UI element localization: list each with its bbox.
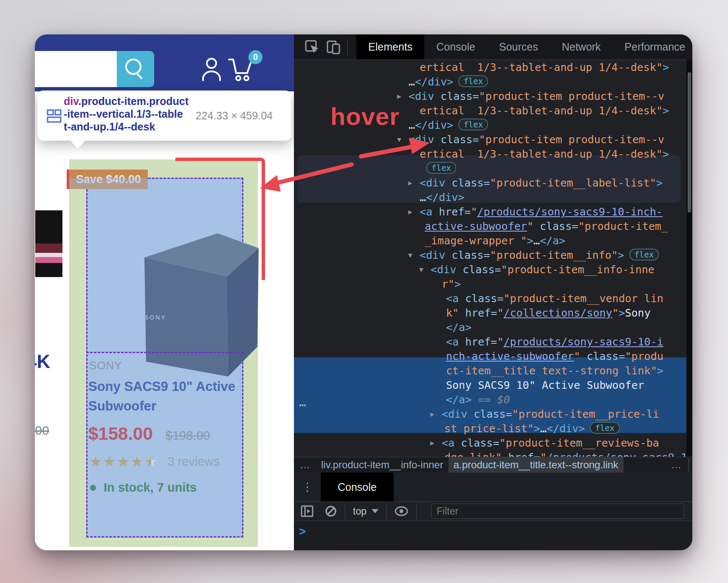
console-filter-input[interactable] [431,504,684,519]
dom-tree-row[interactable]: dge link" href="/products/sony-sacs9-1 [444,450,686,457]
dom-tree-row[interactable]: </a> == $0 [446,393,510,407]
code-token: <a [420,206,432,218]
drawer-menu-icon[interactable]: ⋮ [294,473,321,501]
expander-closed-icon[interactable]: ▶ [408,205,412,219]
code-token: <a [446,292,459,305]
devtools-tab-elements[interactable]: Elements [356,34,424,59]
code-token: > [663,148,669,160]
console-output[interactable]: > [294,521,692,550]
dom-tree-row[interactable]: …</div> [420,190,464,205]
dom-tree-row[interactable]: <a class="product-item__vendor lin [446,292,663,306]
code-token: <div [420,249,445,261]
flex-badge[interactable]: flex [590,422,620,434]
inspect-flex-divider [86,352,243,353]
search-input[interactable] [35,51,117,87]
dom-tree-row[interactable]: …</div>flex [409,118,488,133]
device-toolbar-icon[interactable] [326,40,341,54]
expander-open-icon[interactable]: ▼ [397,133,401,147]
code-token: … [540,422,547,435]
star-icon: ★ [130,453,144,470]
devtools-scrollbar[interactable] [686,59,692,457]
devtools-tab-console[interactable]: Console [424,34,487,59]
row-more-menu-icon[interactable]: … [299,395,307,409]
eye-icon[interactable] [394,506,409,517]
code-token: "product-item__info" [490,249,618,261]
devtools-tab-sources[interactable]: Sources [487,34,550,59]
dom-tree-row[interactable]: r"> [442,277,461,292]
code-token: </div> [415,76,453,88]
review-count: 3 reviews [167,455,220,469]
breadcrumb-overflow-icon[interactable]: … [294,457,316,473]
dom-tree-row[interactable]: <a href="/products/sony-sacs9-10-i [446,335,663,349]
dom-tree-row[interactable]: _image-wrapper ">…</a> [425,234,565,248]
scrollbar-thumb[interactable] [688,72,691,212]
product-title[interactable]: Sony SACS9 10" Active Subwoofer [88,377,235,416]
expander-closed-icon[interactable]: ▶ [397,89,401,104]
tab-console-drawer[interactable]: Console [321,473,394,501]
dom-tree-row[interactable]: st price-list">…</div>flex [444,422,620,436]
devtools-tab-network[interactable]: Network [550,34,613,59]
code-token: </a> [446,321,471,334]
code-token: > [656,177,663,189]
expander-closed-icon[interactable]: ▶ [430,436,435,450]
expander-closed-icon[interactable]: ▶ [430,407,435,422]
dom-tree-row[interactable]: ▶<div class="product-item product-item--… [409,89,664,104]
dom-tree-row[interactable]: ▶<a href="/products/sony-sacs9-10-inch- [420,205,663,219]
tooltip-dimensions: 224.33 × 459.04 [196,110,273,122]
dom-tree-row[interactable]: nch-active-subwoofer" class="produ [446,349,663,364]
dom-tree-row[interactable]: ▶<div class="product-item__price-li [442,407,659,422]
dom-tree-row[interactable]: …</div>flex [409,75,488,89]
dom-tree-row[interactable]: ▶<div class="product-item__label-list"> [420,176,663,190]
toolbar-separator [416,503,417,519]
expander-open-icon[interactable]: ▼ [419,263,423,277]
dom-tree-row[interactable]: </a> [446,320,471,335]
code-token: class= [434,90,479,102]
console-sidebar-icon[interactable] [301,505,313,517]
neighbour-title-fragment: 4K [35,351,50,372]
flex-badge[interactable]: flex [426,162,456,174]
dom-tree-row[interactable]: ▶<a class="product-item__reviews-ba [442,436,659,450]
code-token: > [657,365,663,377]
dom-tree-row[interactable]: ▼<div class="product-item__info-inne [431,263,655,277]
code-token: </div> [415,119,453,131]
devtools-tab-performance[interactable]: Performance [612,34,692,59]
product-rating[interactable]: ★★★★★ 3 reviews [89,453,220,470]
breadcrumb-item[interactable]: liv.product-item__info-inner [316,457,449,473]
cart-count-badge: 0 [248,50,262,64]
flex-badge[interactable]: flex [458,75,488,87]
account-icon[interactable] [200,57,223,82]
dom-tree-row[interactable]: ertical 1/3--tablet-and-up 1/4--desk"> [420,147,669,161]
code-token: ertical 1/3--tablet-and-up 1/4--desk" [420,61,663,74]
dom-tree-row[interactable]: ▼<div class="product-item__info">flex [420,248,659,263]
flex-badge[interactable]: flex [458,119,488,130]
product-vendor[interactable]: SONY [89,359,122,372]
code-token: " [471,206,477,218]
stock-status: In stock, 7 units [90,481,197,495]
dom-tree-row[interactable]: ertical 1/3--tablet-and-up 1/4--desk"> [420,104,669,118]
flex-badge[interactable]: flex [629,249,659,260]
code-token: " [497,307,503,319]
code-token: > [663,61,669,74]
expander-closed-icon[interactable]: ▶ [408,176,412,190]
dom-tree-row[interactable]: Sony SACS9 10" Active Subwoofer [446,378,644,393]
dom-tree-row[interactable]: ct-item__title text--strong link"> [446,364,663,378]
toolbar-separator [347,39,348,55]
code-token: "product-item_ [578,220,668,232]
product-image-brand: SONY [144,314,166,321]
annotation-bracket [175,158,265,280]
dom-tree-row[interactable]: ▼<div class="product-item product-item--… [409,133,664,147]
annotation-hover-label: hover [330,102,400,130]
search-button[interactable] [117,51,154,87]
code-token: " [540,451,547,457]
dom-tree-row[interactable]: flex [421,161,456,176]
layout-grid-icon [47,108,62,124]
breadcrumb-item[interactable]: a.product-item__title.text--strong.link [449,457,624,473]
clear-console-icon[interactable] [324,505,337,518]
dom-tree-row[interactable]: ertical 1/3--tablet-and-up 1/4--desk"> [420,60,669,75]
context-selector[interactable]: top [353,506,378,517]
code-token: /collections/sony [503,307,612,319]
expander-open-icon[interactable]: ▼ [408,248,412,263]
dom-tree-row[interactable]: k" href="/collections/sony">Sony [446,306,651,320]
dom-tree-row[interactable]: active-subwoofer" class="product-item_ [425,219,668,234]
inspect-element-icon[interactable] [305,40,319,54]
